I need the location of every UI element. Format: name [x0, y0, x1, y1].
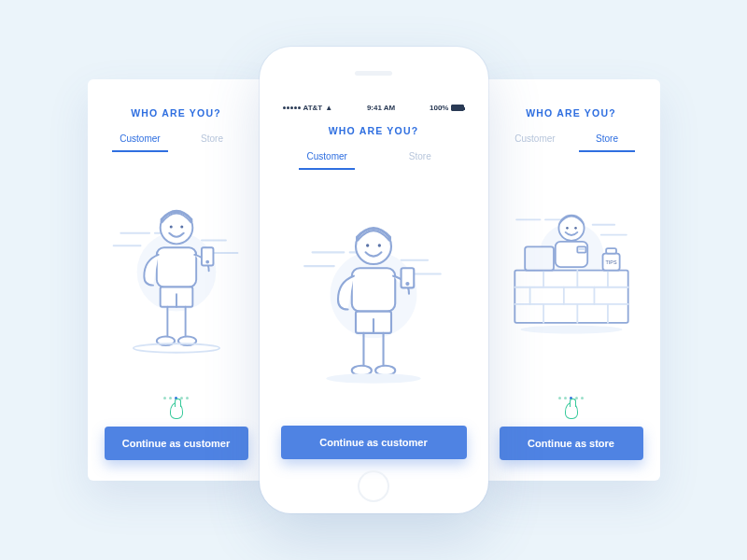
illustration-store: TIPS: [500, 160, 643, 393]
tab-customer[interactable]: Customer: [507, 133, 563, 152]
svg-point-8: [206, 261, 208, 263]
tab-store[interactable]: Store: [184, 133, 240, 152]
onboarding-card-center: AT&T ▲ 9:41 AM 100% WHO ARE YOU? Custome…: [274, 98, 474, 469]
continue-as-customer-button[interactable]: Continue as customer: [281, 426, 467, 459]
svg-rect-6: [156, 247, 195, 287]
svg-rect-61: [525, 246, 554, 270]
onboarding-card-left: WHO ARE YOU? Customer Store: [88, 79, 265, 481]
svg-rect-46: [555, 242, 586, 267]
swipe-hint: [558, 397, 584, 419]
svg-rect-63: [606, 248, 616, 253]
signal-icon: [283, 106, 301, 109]
svg-point-27: [406, 283, 408, 285]
tab-customer[interactable]: Customer: [112, 133, 168, 152]
phone-mockup: AT&T ▲ 9:41 AM 100% WHO ARE YOU? Custome…: [260, 47, 488, 513]
battery-percent: 100%: [430, 104, 448, 112]
onboarding-card-right: WHO ARE YOU? Customer Store: [483, 79, 660, 481]
customer-figure-icon: [105, 192, 248, 360]
svg-point-18: [133, 343, 218, 353]
continue-as-store-button[interactable]: Continue as store: [500, 427, 643, 460]
status-bar: AT&T ▲ 9:41 AM 100%: [281, 104, 467, 118]
role-tabs: Customer Store: [105, 133, 248, 152]
svg-point-36: [378, 244, 381, 246]
svg-rect-49: [514, 271, 627, 323]
svg-point-64: [520, 326, 622, 334]
battery-icon: [451, 105, 464, 111]
svg-point-35: [366, 244, 369, 246]
swipe-finger-icon: [170, 402, 183, 419]
svg-point-45: [574, 227, 577, 230]
swipe-finger-icon: [565, 402, 578, 419]
illustration-customer: [281, 177, 467, 422]
carrier-label: AT&T: [303, 104, 323, 112]
phone-frame: AT&T ▲ 9:41 AM 100% WHO ARE YOU? Custome…: [260, 47, 488, 513]
role-tabs: Customer Store: [500, 133, 643, 152]
customer-figure-icon: [294, 211, 453, 388]
tab-store[interactable]: Store: [392, 151, 448, 170]
page-title: WHO ARE YOU?: [329, 125, 419, 136]
page-title: WHO ARE YOU?: [526, 107, 616, 119]
tab-customer[interactable]: Customer: [299, 151, 355, 170]
illustration-customer: [105, 160, 248, 393]
svg-point-37: [326, 373, 420, 384]
role-tabs: Customer Store: [281, 151, 467, 170]
tips-jar-label: TIPS: [605, 259, 616, 265]
clock: 9:41 AM: [367, 104, 395, 112]
store-figure-icon: TIPS: [500, 197, 643, 356]
page-title: WHO ARE YOU?: [131, 107, 221, 119]
svg-point-44: [566, 227, 569, 230]
swipe-hint: [163, 397, 189, 419]
tab-store[interactable]: Store: [579, 133, 635, 152]
svg-point-17: [180, 226, 183, 229]
continue-as-customer-button[interactable]: Continue as customer: [105, 427, 248, 460]
svg-rect-25: [352, 268, 395, 311]
svg-point-16: [169, 226, 172, 229]
wifi-icon: ▲: [325, 104, 332, 112]
